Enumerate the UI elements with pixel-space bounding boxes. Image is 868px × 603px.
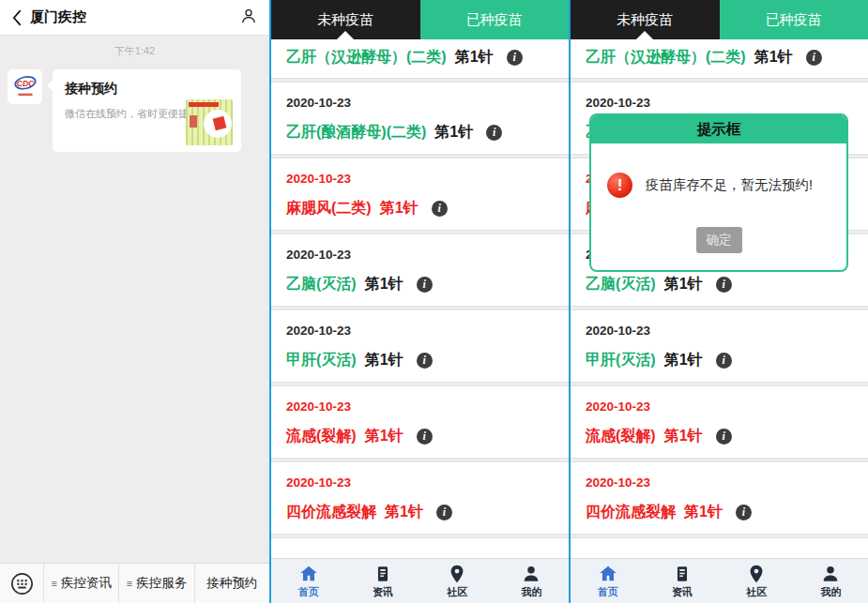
vaccine-name: 乙肝(酿酒酵母)(二类) <box>286 121 426 143</box>
vaccine-name: 流感(裂解) <box>286 425 357 447</box>
info-icon[interactable]: i <box>486 125 502 141</box>
back-chevron-icon <box>11 9 22 26</box>
chat-message-row: CDC 接种预约 微信在线预约，省时更便捷。 <box>0 58 269 152</box>
vaccine-date: 2020-10-23 <box>286 94 554 112</box>
info-icon[interactable]: i <box>716 429 732 445</box>
vaccine-dose: 第1针 <box>684 501 723 523</box>
menu-label: 接种预约 <box>206 575 257 592</box>
vaccine-name: 甲肝(灭活) <box>586 349 656 371</box>
nav-item-community[interactable]: 社区 <box>720 559 794 603</box>
contact-profile-button[interactable] <box>239 7 258 29</box>
cdc-logo-icon: CDC <box>9 71 41 103</box>
nav-label: 社区 <box>447 585 467 599</box>
vaccine-name: 四价流感裂解 <box>586 501 676 523</box>
vaccine-date: 2020-10-23 <box>286 170 554 188</box>
vaccine-list: 乙肝（汉逊酵母）(二类)第1针i2020-10-23乙肝(酿酒酵母)(二类)第1… <box>271 39 569 558</box>
active-tab-notch <box>636 31 653 39</box>
nav-item-news[interactable]: 资讯 <box>645 559 719 603</box>
vaccine-list-item[interactable]: 2020-10-23甲肝(灭活)第1针i <box>271 310 569 382</box>
vaccine-name: 四价流感裂解 <box>286 501 376 523</box>
vaccine-name: 流感(裂解) <box>586 425 656 447</box>
info-icon[interactable]: i <box>417 277 433 293</box>
vaccine-date: 2020-10-23 <box>286 398 554 415</box>
vaccine-list-item[interactable]: 2020-10-23乙脑(灭活)第1针i <box>271 234 569 306</box>
dialog-title: 提示框 <box>591 115 846 143</box>
avatar[interactable]: CDC <box>8 69 42 104</box>
vaccine-dose: 第1针 <box>365 273 404 295</box>
menu-item-cdc-services[interactable]: ≡ 疾控服务 <box>118 564 193 603</box>
chat-title: 厦门疾控 <box>30 8 239 26</box>
nav-item-home[interactable]: 首页 <box>271 559 345 603</box>
list-separator <box>271 534 569 538</box>
keyboard-toggle-button[interactable] <box>0 564 43 603</box>
vaccine-list-item[interactable]: 2020-10-23四价流感裂解第1针i <box>571 462 868 534</box>
info-icon[interactable]: i <box>417 429 433 445</box>
vaccine-list-item[interactable]: 2020-10-23四价流感裂解第1针i <box>271 462 569 534</box>
menu-label: 疾控资讯 <box>61 575 112 592</box>
vaccine-list-item[interactable]: 2020-10-23流感(裂解)第1针i <box>571 386 868 458</box>
tab-vaccinated[interactable]: 已种疫苗 <box>420 0 570 39</box>
vaccine-date: 2020-10-23 <box>286 322 554 339</box>
submenu-indicator-icon: ≡ <box>51 579 56 589</box>
home-icon <box>598 564 618 584</box>
official-account-menu-bar: ≡ 疾控资讯 ≡ 疾控服务 接种预约 <box>0 563 269 603</box>
nav-item-profile[interactable]: 我的 <box>495 559 569 603</box>
vaccine-list-item[interactable]: 2020-10-23乙肝(酿酒酵母)(二类)第1针i <box>271 83 569 154</box>
screenshot-composite: 厦门疾控 下午1:42 CDC 接种预约 微信在线预约，省时更便捷。 <box>0 0 868 603</box>
bottom-nav: 首页资讯社区我的 <box>271 558 569 603</box>
link-card-message[interactable]: 接种预约 微信在线预约，省时更便捷。 <box>53 69 241 152</box>
vaccine-list-item[interactable]: 乙肝（汉逊酵母）(二类)第1针i <box>571 39 868 78</box>
message-thumbnail <box>186 99 233 145</box>
menu-item-vaccination-booking[interactable]: 接种预约 <box>194 564 269 603</box>
nav-label: 资讯 <box>672 585 693 599</box>
chat-area: 下午1:42 CDC 接种预约 微信在线预约，省时更便捷。 <box>0 36 269 563</box>
info-icon[interactable]: i <box>806 50 822 66</box>
vaccine-list-item[interactable]: 2020-10-23流感(裂解)第1针i <box>271 386 569 458</box>
info-icon[interactable]: i <box>716 277 732 293</box>
info-icon[interactable]: i <box>436 505 452 520</box>
vaccine-list-item[interactable]: 2020-10-23甲肝(灭活)第1针i <box>571 310 868 382</box>
nav-item-community[interactable]: 社区 <box>420 559 495 603</box>
message-timestamp: 下午1:42 <box>0 44 269 58</box>
vaccine-dose: 第1针 <box>664 349 703 371</box>
tab-vaccinated[interactable]: 已种疫苗 <box>720 0 868 39</box>
vaccine-list-item[interactable]: 2020-10-23麻腮风(二类)第1针i <box>271 158 569 230</box>
wechat-header: 厦门疾控 <box>0 0 269 36</box>
vaccine-name: 乙肝（汉逊酵母）(二类) <box>586 46 746 68</box>
nav-item-news[interactable]: 资讯 <box>345 559 419 603</box>
vaccine-dose: 第1针 <box>385 501 423 523</box>
vaccine-date: 2020-10-23 <box>586 322 853 339</box>
menu-label: 疾控服务 <box>136 575 187 592</box>
menu-item-cdc-news[interactable]: ≡ 疾控资讯 <box>43 564 118 603</box>
submenu-indicator-icon: ≡ <box>127 579 132 589</box>
info-icon[interactable]: i <box>716 353 732 369</box>
tab-bar: 未种疫苗 已种疫苗 <box>571 0 868 39</box>
vaccine-date: 2020-10-23 <box>586 94 853 112</box>
card-subtitle: 微信在线预约，省时更便捷。 <box>65 107 192 121</box>
home-icon <box>298 564 319 584</box>
vaccine-date: 2020-10-23 <box>586 398 853 415</box>
info-icon[interactable]: i <box>417 353 433 369</box>
vaccine-name: 乙脑(灭活) <box>586 273 656 295</box>
vaccine-list-item[interactable]: 乙肝（汉逊酵母）(二类)第1针i <box>271 39 569 78</box>
thumbnail-figure <box>190 115 197 128</box>
vaccine-app-panel-modal: 未种疫苗 已种疫苗 乙肝（汉逊酵母）(二类)第1针i2020-10-23乙肝(酿… <box>569 0 868 603</box>
vaccine-date: 2020-10-23 <box>586 474 853 491</box>
vaccine-dose: 第1针 <box>365 425 404 447</box>
info-icon[interactable]: i <box>736 505 752 520</box>
vaccine-dose: 第1针 <box>365 349 404 371</box>
nav-item-profile[interactable]: 我的 <box>794 559 868 603</box>
news-icon <box>373 564 393 584</box>
back-button[interactable] <box>11 9 22 26</box>
profile-icon <box>521 564 541 584</box>
dialog-footer: 确定 <box>591 227 846 270</box>
info-icon[interactable]: i <box>432 201 448 217</box>
wechat-chat-panel: 厦门疾控 下午1:42 CDC 接种预约 微信在线预约，省时更便捷。 <box>0 0 269 603</box>
vaccine-dose: 第1针 <box>664 273 703 295</box>
nav-item-home[interactable]: 首页 <box>571 559 645 603</box>
vaccine-name: 乙脑(灭活) <box>286 273 357 295</box>
vaccine-name: 麻腮风(二类) <box>286 197 372 219</box>
confirm-button[interactable]: 确定 <box>696 227 742 253</box>
bottom-nav: 首页资讯社区我的 <box>571 558 868 603</box>
info-icon[interactable]: i <box>507 50 523 66</box>
